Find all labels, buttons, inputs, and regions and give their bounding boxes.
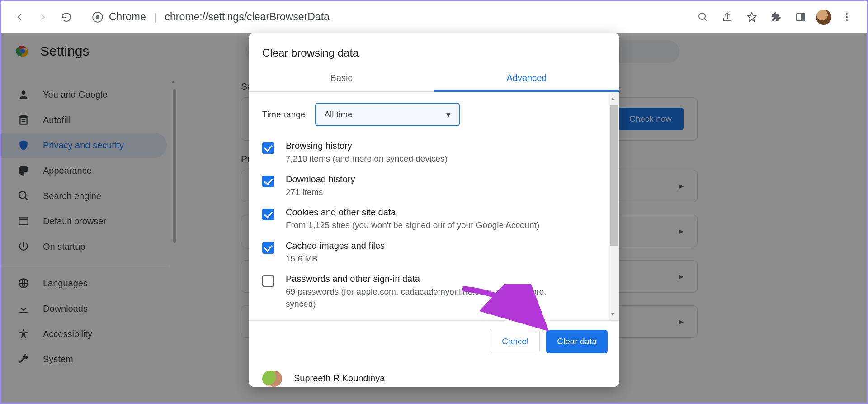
checkbox-cookies[interactable] (262, 209, 274, 220)
user-avatar (262, 371, 282, 387)
checkbox-browsing-history[interactable] (262, 142, 274, 154)
svg-point-5 (846, 13, 848, 15)
reload-button[interactable] (57, 7, 76, 27)
option-subtitle: From 1,125 sites (you won't be signed ou… (286, 219, 539, 232)
site-label: Chrome (109, 11, 146, 23)
clear-browsing-data-dialog: Clear browsing data Basic Advanced ▴ ▾ T… (249, 33, 619, 387)
user-name: Supreeth R Koundinya (294, 373, 385, 384)
option-title: Passwords and other sign-in data (286, 274, 575, 284)
signed-in-user-row: Supreeth R Koundinya (249, 362, 619, 387)
back-button[interactable] (9, 7, 29, 27)
option-title: Cached images and files (286, 241, 385, 251)
option-title: Download history (286, 174, 355, 185)
dialog-footer: Cancel Clear data (249, 320, 619, 362)
forward-button[interactable] (33, 7, 53, 27)
url-text: chrome://settings/clearBrowserData (165, 11, 330, 23)
scroll-down-icon: ▾ (611, 310, 614, 318)
option-cookies[interactable]: Cookies and other site dataFrom 1,125 si… (249, 203, 619, 236)
scroll-up-icon: ▴ (611, 95, 614, 102)
scroll-thumb[interactable] (610, 105, 618, 246)
tab-basic[interactable]: Basic (249, 66, 434, 91)
checkbox-passwords[interactable] (262, 275, 274, 287)
svg-point-7 (846, 19, 848, 21)
svg-point-6 (846, 16, 848, 18)
tab-advanced[interactable]: Advanced (434, 66, 619, 91)
svg-rect-4 (802, 14, 805, 21)
option-title: Browsing history (286, 141, 448, 151)
checkbox-cached[interactable] (262, 242, 274, 254)
share-icon[interactable] (718, 8, 736, 26)
kebab-menu-icon[interactable] (838, 8, 856, 26)
dialog-tabs: Basic Advanced (249, 66, 619, 92)
option-cached[interactable]: Cached images and files15.6 MB (249, 236, 619, 270)
time-range-select[interactable]: All time ▾ (315, 103, 460, 126)
chrome-icon (92, 11, 104, 23)
clear-data-button[interactable]: Clear data (546, 330, 608, 353)
option-subtitle: 15.6 MB (286, 253, 385, 265)
option-subtitle: 7,210 items (and more on synced devices) (286, 153, 448, 165)
address-separator: | (154, 11, 157, 23)
bookmark-star-icon[interactable] (743, 8, 761, 26)
dialog-scrollbar[interactable]: ▴ ▾ (609, 92, 619, 320)
option-browsing-history[interactable]: Browsing history7,210 items (and more on… (249, 136, 619, 170)
option-title: Cookies and other site data (286, 207, 539, 218)
option-download-history[interactable]: Download history271 items (249, 170, 619, 203)
svg-point-1 (96, 15, 100, 19)
svg-point-2 (699, 13, 705, 19)
extensions-icon[interactable] (767, 8, 785, 26)
browser-toolbar: Chrome | chrome://settings/clearBrowserD… (1, 1, 867, 33)
time-range-value: All time (324, 109, 352, 119)
dialog-title: Clear browsing data (249, 33, 619, 66)
option-subtitle: 69 passwords (for apple.com, cadacademyo… (286, 286, 575, 310)
address-bar[interactable]: Chrome | chrome://settings/clearBrowserD… (92, 11, 330, 23)
profile-avatar[interactable] (816, 10, 831, 25)
time-range-label: Time range (262, 109, 305, 119)
checkbox-download-history[interactable] (262, 176, 274, 187)
chevron-down-icon: ▾ (446, 109, 451, 120)
zoom-icon[interactable] (694, 8, 712, 26)
dialog-body: ▴ ▾ Time range All time ▾ Browsing histo… (249, 92, 619, 320)
sidepanel-icon[interactable] (792, 8, 810, 26)
cancel-button[interactable]: Cancel (491, 330, 540, 353)
option-passwords[interactable]: Passwords and other sign-in data69 passw… (249, 269, 619, 314)
option-subtitle: 271 items (286, 186, 355, 199)
